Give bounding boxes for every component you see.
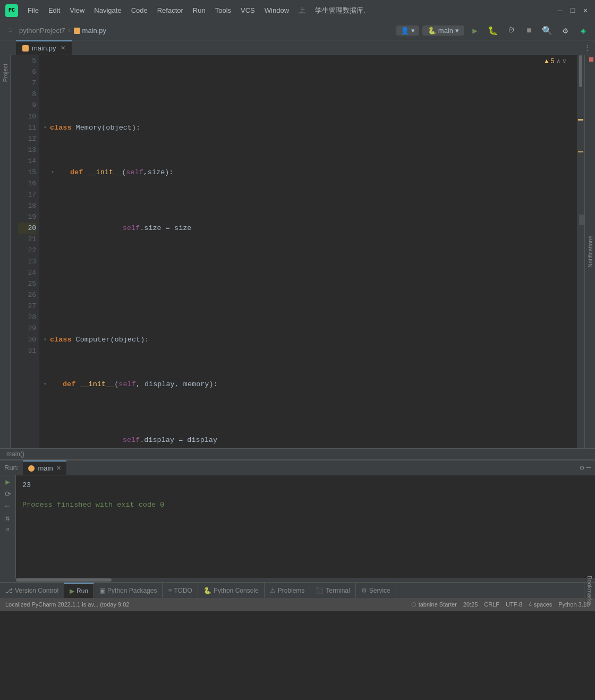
packages-label: Python Packages: [107, 587, 157, 594]
token: ,: [136, 379, 144, 390]
menu-window[interactable]: Window: [260, 4, 293, 16]
run-scrollbar[interactable]: [0, 578, 595, 582]
ln-18: 18: [18, 200, 36, 211]
run-settings-icon[interactable]: ⚙: [580, 463, 584, 472]
fold-10[interactable]: ▾: [41, 334, 49, 345]
menu-view[interactable]: View: [65, 4, 89, 16]
bookmarks-label[interactable]: Bookmarks: [586, 576, 593, 605]
token: ):: [132, 122, 140, 133]
more-tabs-icon: ⋮: [584, 44, 591, 52]
run-config-name: main: [438, 27, 453, 35]
bottom-tab-terminal[interactable]: ⬛ Terminal: [310, 583, 355, 598]
bottom-tab-run[interactable]: ▶ Run: [64, 583, 94, 598]
main-content: Project 5 6 7 8 9 10 11 12 13 14 15 16 1…: [0, 55, 595, 448]
ln-24: 24: [18, 267, 36, 278]
status-indent: 4 spaces: [529, 601, 552, 608]
menu-tools[interactable]: Tools: [211, 4, 235, 16]
run-tab-icon2: ▶: [70, 587, 74, 595]
file-tab-main[interactable]: main.py ✕: [16, 40, 72, 55]
run-scroll-down-icon[interactable]: ↓: [4, 504, 12, 508]
terminal-icon: ⬛: [316, 587, 324, 594]
editor-scrollbar[interactable]: [577, 55, 584, 448]
service-icon: ⚙: [361, 587, 367, 594]
breadcrumb-filename: main.py: [82, 27, 107, 35]
token: object: [106, 122, 132, 133]
run-play-button[interactable]: ▶: [5, 477, 10, 486]
project-label[interactable]: Project: [1, 59, 10, 86]
token: self: [123, 224, 140, 232]
warning-up[interactable]: ∧: [557, 56, 560, 67]
run-tab-close[interactable]: ✕: [56, 465, 61, 472]
run-minimize-icon[interactable]: —: [586, 463, 591, 472]
token: .size =: [140, 224, 174, 232]
run-button[interactable]: ▶: [468, 23, 482, 38]
menu-extra[interactable]: 上: [294, 4, 310, 18]
bottom-tab-service[interactable]: ⚙ Service: [356, 583, 396, 598]
bottom-tab-todo[interactable]: ≡ TODO: [163, 583, 198, 598]
search-button[interactable]: 🔍: [540, 23, 555, 38]
maximize-button[interactable]: □: [568, 6, 577, 15]
token: object: [115, 334, 141, 345]
code-line-10: ▾ class Computer(object):: [41, 334, 577, 345]
code-line-5: ▾ class Memory(object):: [41, 122, 577, 133]
sidebar-toggle[interactable]: ≡: [4, 24, 17, 37]
vcs-label: Version Control: [15, 587, 58, 594]
menu-edit[interactable]: Edit: [44, 4, 64, 16]
editor-breadcrumb: main(): [0, 448, 595, 460]
ln-31: 31: [18, 345, 36, 356]
menu-navigate[interactable]: Navigate: [90, 4, 125, 16]
ln-20: 20: [18, 223, 36, 234]
bottom-tabs-bar: ⎇ Version Control ▶ Run ▣ Python Package…: [0, 582, 595, 598]
bottom-tab-problems[interactable]: ⚠ Problems: [265, 583, 311, 598]
status-time: 20:25: [463, 601, 478, 608]
run-action-sidebar: ▶ ⟳ ↓ ⇅ »: [0, 475, 16, 578]
menu-bar: File Edit View Navigate Code Refactor Ru…: [23, 4, 556, 18]
account-button[interactable]: 👤 ▾: [396, 25, 419, 36]
token: ):: [209, 379, 217, 390]
bottom-tab-vcs[interactable]: ⎇ Version Control: [0, 583, 64, 598]
code-editor[interactable]: ▲ 5 ∧ ∨ ▾ class Memory(object): ▾ def __…: [39, 55, 577, 448]
plugin-button[interactable]: ◈: [576, 23, 591, 38]
run-more-icon[interactable]: »: [6, 526, 10, 533]
run-config-icon: 🐍: [428, 27, 436, 35]
run-rerun-icon[interactable]: ⟳: [5, 490, 11, 499]
bottom-tab-packages[interactable]: ▣ Python Packages: [94, 583, 163, 598]
bottom-tab-python-console[interactable]: 🐍 Python Console: [198, 583, 265, 598]
run-tab-main[interactable]: main ✕: [23, 460, 66, 475]
left-sidebar: Project: [0, 55, 11, 448]
code-line-8: [41, 256, 577, 267]
menu-refactor[interactable]: Refactor: [153, 4, 188, 16]
minimize-button[interactable]: —: [556, 6, 564, 15]
close-button[interactable]: ✕: [581, 6, 590, 15]
status-charset: UTF-8: [506, 601, 522, 608]
warning-down[interactable]: ∨: [563, 56, 566, 67]
profile-button[interactable]: ⏱: [504, 23, 518, 38]
warning-indicator: ▲ 5 ∧ ∨: [545, 56, 566, 67]
run-sort-icon[interactable]: ⇅: [5, 514, 10, 523]
stop-button[interactable]: ■: [522, 23, 537, 38]
breadcrumb-project[interactable]: pythonProject7: [19, 27, 65, 35]
code-line-7: self.size = size: [41, 211, 577, 223]
output-line-1: 23: [22, 480, 589, 492]
file-tab-icon: [22, 45, 29, 52]
menu-file[interactable]: File: [23, 4, 43, 16]
debug-button[interactable]: 🐛: [486, 23, 500, 38]
token: size: [148, 167, 165, 178]
run-config-dropdown[interactable]: 🐍 main ▾: [422, 25, 464, 36]
tab-actions[interactable]: ⋮: [580, 40, 595, 55]
menu-run[interactable]: Run: [189, 4, 210, 16]
fold-11[interactable]: ▾: [41, 379, 49, 390]
run-label: Run:: [0, 464, 23, 472]
run-panel: Run: main ✕ ⚙ — ▶ ⟳ ↓ ⇅ » 23 Process fin…: [0, 460, 595, 582]
menu-code[interactable]: Code: [127, 4, 152, 16]
file-tab-close[interactable]: ✕: [61, 45, 65, 52]
breadcrumb-bar: pythonProject7 › main.py: [19, 27, 396, 35]
menu-project[interactable]: 学生管理数据库.: [311, 4, 370, 18]
menu-vcs[interactable]: VCS: [236, 4, 259, 16]
ln-27: 27: [18, 301, 36, 312]
status-crlf: CRLF: [484, 601, 499, 608]
scroll-marker-1: [578, 119, 583, 121]
fold-6[interactable]: ▾: [49, 167, 56, 178]
settings-button[interactable]: ⚙: [558, 23, 573, 38]
fold-5[interactable]: ▾: [41, 122, 49, 133]
